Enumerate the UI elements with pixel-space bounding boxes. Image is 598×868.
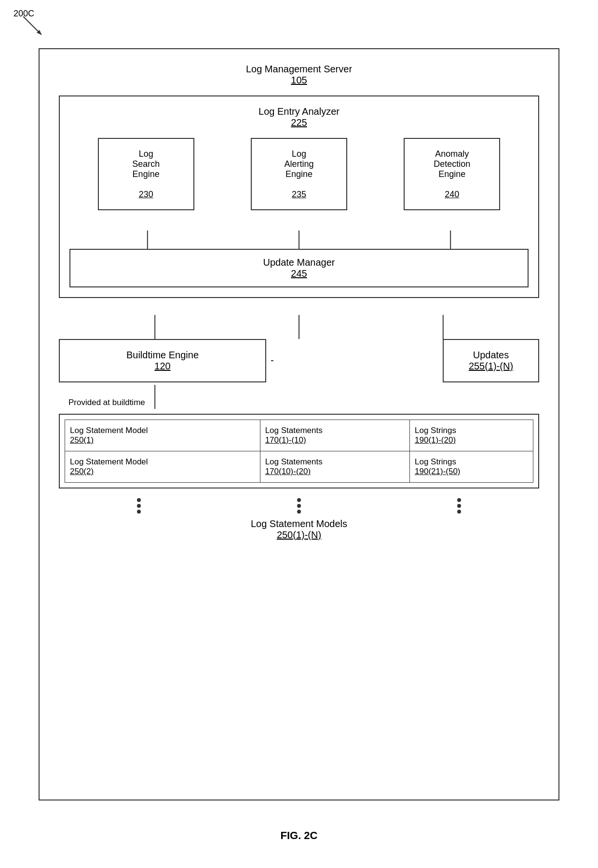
dot-col-1: [137, 498, 141, 514]
diagonal-arrow-icon: [23, 16, 47, 41]
horizontal-arrow-svg: [271, 351, 438, 370]
anomaly-detection-engine-box: AnomalyDetectionEngine 240: [404, 138, 500, 210]
lsm-outer-box: Log Statement Model 250(1) Log Statement…: [59, 414, 539, 488]
lsm-bottom-label: Log Statement Models 250(1)-(N): [49, 518, 549, 541]
buildtime-engine-box: Buildtime Engine 120: [59, 339, 266, 382]
outer-box: Log Management Server 105 Log Entry Anal…: [39, 48, 559, 800]
lea-box: Log Entry Analyzer 225 LogSearchEngine 2…: [59, 95, 539, 298]
updates-box: Updates 255(1)-(N): [443, 339, 539, 382]
arrows-up-to-um: [59, 308, 539, 339]
table-row: Log Statement Model 250(1) Log Statement…: [65, 420, 533, 451]
lsm-row1-col2: Log Statements 170(1)-(10): [260, 420, 409, 451]
up-arrows-2-svg: [59, 308, 539, 339]
dots-row: [59, 498, 539, 514]
lsm-row2-col3: Log Strings 190(21)-(50): [410, 451, 533, 483]
page-container: 200C Log Management Server 105 Log Entry…: [0, 0, 598, 868]
lms-label: Log Management Server 105: [49, 64, 549, 86]
engines-row: LogSearchEngine 230 LogAlertingEngine 23…: [69, 138, 529, 210]
dot-col-2: [297, 498, 301, 514]
update-manager-box: Update Manager 245: [69, 249, 529, 287]
lsm-row2-col2: Log Statements 170(10)-(20): [260, 451, 409, 483]
provided-at-buildtime-text: Provided at buildtime: [68, 398, 145, 407]
buildtime-row: Buildtime Engine 120 Updates 255(1)-(N): [59, 339, 539, 382]
lsm-row2-col1: Log Statement Model 250(2): [65, 451, 260, 483]
up-arrows-svg: [69, 225, 529, 249]
lsm-row1-col3: Log Strings 190(1)-(20): [410, 420, 533, 451]
dot-col-3: [457, 498, 461, 514]
lsm-table: Log Statement Model 250(1) Log Statement…: [65, 420, 533, 483]
log-alerting-engine-box: LogAlertingEngine 235: [251, 138, 347, 210]
provided-at-buildtime-area: Provided at buildtime: [59, 382, 539, 414]
fig-caption: FIG. 2C: [10, 829, 588, 842]
log-search-engine-box: LogSearchEngine 230: [98, 138, 194, 210]
arrows-up-to-engines: [69, 225, 529, 249]
lsm-row1-col1: Log Statement Model 250(1): [65, 420, 260, 451]
lea-label: Log Entry Analyzer 225: [69, 106, 529, 128]
table-row: Log Statement Model 250(2) Log Statement…: [65, 451, 533, 483]
